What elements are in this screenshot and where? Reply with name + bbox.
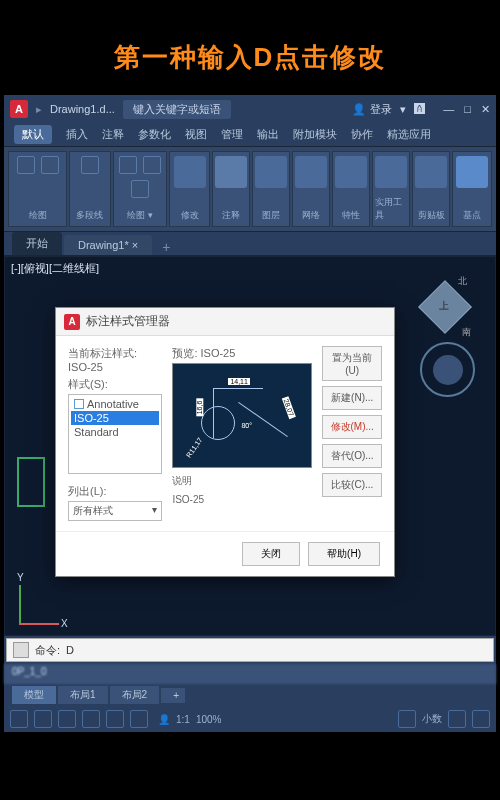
preview-label: 预览: ISO-25 <box>172 346 312 361</box>
ribbon-panel-utils[interactable]: 实用工具 <box>372 151 410 227</box>
layout-add[interactable]: + <box>161 688 185 703</box>
layout-tabs: 模型 布局1 布局2 + <box>4 684 496 706</box>
command-history: 0P_1_0 <box>4 664 496 684</box>
dialog-help-button[interactable]: 帮助(H) <box>308 542 380 566</box>
ribbon-panel-layers[interactable]: 图层 <box>252 151 290 227</box>
tutorial-caption: 第一种输入D点击修改 <box>0 0 500 95</box>
status-bar: 👤 1:1 100% 小数 <box>4 706 496 732</box>
list-label: 列出(L): <box>68 484 162 499</box>
menu-insert[interactable]: 插入 <box>66 127 88 142</box>
ribbon: 绘图 多段线 绘图 ▾ 修改 注释 图层 网络 特性 实用工具 剪贴板 基点 <box>4 147 496 232</box>
compare-button[interactable]: 比较(C)... <box>322 473 382 497</box>
document-tabs: 开始 Drawing1* × + <box>4 232 496 256</box>
view-label[interactable]: [-][俯视][二维线框] <box>11 261 99 276</box>
dialog-close-button[interactable]: 关闭 <box>242 542 300 566</box>
menu-addins[interactable]: 附加模块 <box>293 127 337 142</box>
ribbon-panel-clipboard[interactable]: 剪贴板 <box>412 151 450 227</box>
ribbon-panel-draw2[interactable]: 绘图 ▾ <box>113 151 167 227</box>
menu-collab[interactable]: 协作 <box>351 127 373 142</box>
document-title: Drawing1.d... <box>50 103 115 115</box>
styles-label: 样式(S): <box>68 377 162 392</box>
dialog-title: 标注样式管理器 <box>86 313 170 330</box>
menu-annotate[interactable]: 注释 <box>102 127 124 142</box>
dimstyle-dialog: A 标注样式管理器 当前标注样式: ISO-25 样式(S): Annotati… <box>55 307 395 577</box>
ribbon-panel-draw[interactable]: 绘图 <box>8 151 67 227</box>
style-standard[interactable]: Standard <box>71 425 159 439</box>
ribbon-panel-modify[interactable]: 修改 <box>169 151 210 227</box>
dropdown-icon[interactable]: ▾ <box>400 103 406 116</box>
status-units[interactable]: 小数 <box>422 712 442 726</box>
user-login[interactable]: 👤 登录 <box>352 102 392 117</box>
menu-manage[interactable]: 管理 <box>221 127 243 142</box>
current-style-label: 当前标注样式: ISO-25 <box>68 346 162 373</box>
ribbon-panel-annotate[interactable]: 注释 <box>212 151 250 227</box>
status-snap-icon[interactable] <box>34 710 52 728</box>
tab-close-icon[interactable]: × <box>132 239 138 251</box>
modify-button[interactable]: 修改(M)... <box>322 415 382 439</box>
status-menu-icon[interactable] <box>472 710 490 728</box>
view-cube[interactable]: 上 北 南 <box>415 277 475 337</box>
app-logo[interactable]: A <box>10 100 28 118</box>
menu-view[interactable]: 视图 <box>185 127 207 142</box>
nav-arrow-icon[interactable]: ▸ <box>36 103 42 116</box>
ribbon-panel-props[interactable]: 特性 <box>332 151 370 227</box>
dialog-titlebar[interactable]: A 标注样式管理器 <box>56 308 394 336</box>
menu-output[interactable]: 输出 <box>257 127 279 142</box>
status-osnap-icon[interactable] <box>106 710 124 728</box>
maximize-button[interactable]: □ <box>464 103 471 116</box>
status-zoom[interactable]: 100% <box>196 714 222 725</box>
title-bar: A ▸ Drawing1.d... 键入关键字或短语 👤 登录 ▾ 🅰 — □ … <box>4 95 496 123</box>
ribbon-panel-base[interactable]: 基点 <box>452 151 492 227</box>
chevron-down-icon: ▾ <box>152 504 157 518</box>
style-iso25[interactable]: ISO-25 <box>71 411 159 425</box>
ribbon-panel-block[interactable]: 网络 <box>292 151 330 227</box>
layout-model[interactable]: 模型 <box>12 686 56 704</box>
style-listbox[interactable]: Annotative ISO-25 Standard <box>68 394 162 474</box>
status-ortho-icon[interactable] <box>58 710 76 728</box>
ribbon-panel-polyline[interactable]: 多段线 <box>69 151 110 227</box>
search-hint[interactable]: 键入关键字或短语 <box>123 100 231 119</box>
app-icon[interactable]: 🅰 <box>414 103 425 115</box>
user-icon: 👤 <box>352 103 366 116</box>
new-tab-button[interactable]: + <box>154 239 178 255</box>
status-otrack-icon[interactable] <box>130 710 148 728</box>
layout-2[interactable]: 布局2 <box>110 686 160 704</box>
tab-start[interactable]: 开始 <box>12 232 62 255</box>
menu-default[interactable]: 默认 <box>14 125 52 144</box>
layout-1[interactable]: 布局1 <box>58 686 108 704</box>
status-grid-icon[interactable] <box>10 710 28 728</box>
dialog-logo-icon: A <box>64 314 80 330</box>
autocad-window: A ▸ Drawing1.d... 键入关键字或短语 👤 登录 ▾ 🅰 — □ … <box>4 95 496 732</box>
selection-rect <box>17 457 45 507</box>
annotative-icon <box>74 399 84 409</box>
drawing-canvas[interactable]: [-][俯视][二维线框] 上 北 南 Y X A 标注样式管理器 当前标注样式… <box>4 256 496 636</box>
desc-label: 说明 <box>172 474 312 488</box>
dimstyle-preview: 14,11 16,6 28,07 80° R11,17 <box>172 363 312 468</box>
status-gear-icon[interactable] <box>448 710 466 728</box>
close-button[interactable]: ✕ <box>481 103 490 116</box>
command-line[interactable]: 命令: D <box>6 638 494 662</box>
user-label: 登录 <box>370 102 392 117</box>
list-combo[interactable]: 所有样式▾ <box>68 501 162 521</box>
style-annotative[interactable]: Annotative <box>71 397 159 411</box>
command-prompt: 命令: <box>35 643 60 658</box>
nav-wheel[interactable] <box>420 342 475 397</box>
command-icon[interactable] <box>13 642 29 658</box>
status-scale[interactable]: 1:1 <box>176 714 190 725</box>
status-misc-icon[interactable] <box>398 710 416 728</box>
override-button[interactable]: 替代(O)... <box>322 444 382 468</box>
menu-parametric[interactable]: 参数化 <box>138 127 171 142</box>
minimize-button[interactable]: — <box>443 103 454 116</box>
set-current-button[interactable]: 置为当前(U) <box>322 346 382 381</box>
menu-featured[interactable]: 精选应用 <box>387 127 431 142</box>
new-button[interactable]: 新建(N)... <box>322 386 382 410</box>
ribbon-tabs: 默认 插入 注释 参数化 视图 管理 输出 附加模块 协作 精选应用 <box>4 123 496 147</box>
tab-drawing1[interactable]: Drawing1* × <box>64 235 152 255</box>
status-polar-icon[interactable] <box>82 710 100 728</box>
command-input[interactable]: D <box>66 644 74 656</box>
desc-value: ISO-25 <box>172 494 312 505</box>
